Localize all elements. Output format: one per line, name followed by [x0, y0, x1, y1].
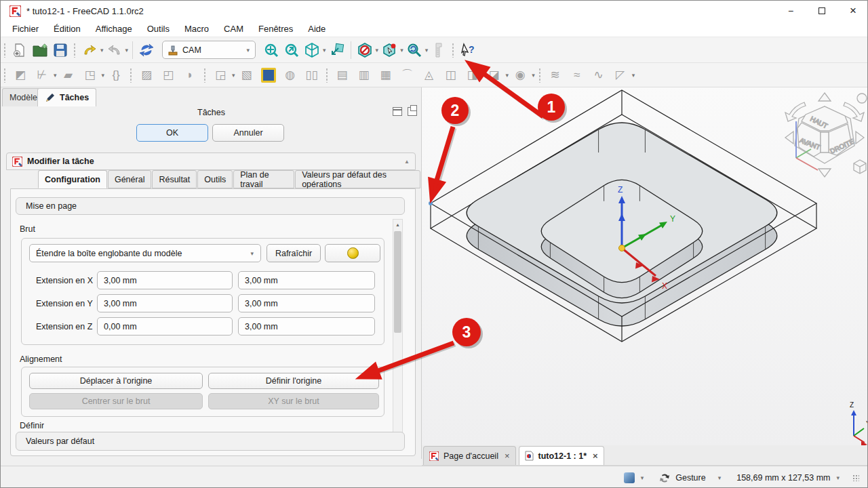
cam-op-icon: ◸ — [612, 66, 629, 84]
draw-style-caret-icon[interactable]: ▾ — [323, 47, 326, 54]
dock-panel-icon[interactable] — [393, 107, 402, 116]
toolbar-drag-handle[interactable] — [3, 68, 7, 83]
menu-aide[interactable]: Aide — [300, 22, 333, 36]
tab-tasks[interactable]: Tâches — [37, 88, 96, 106]
z-axis-label: Z — [618, 185, 623, 195]
tab-document[interactable]: tuto12-1 : 1* × — [519, 446, 604, 465]
menu-fichier[interactable]: Fichier — [5, 22, 46, 36]
render-style-icon[interactable] — [624, 472, 635, 483]
refresh-stock-button[interactable]: Rafraîchir — [267, 244, 321, 262]
stock-mode-dropdown[interactable]: Étendre la boîte englobante du modèle ▾ — [29, 244, 261, 262]
minimize-button[interactable]: − — [775, 1, 806, 21]
3d-viewport[interactable]: Z Y X HAUT AVANT DROITE — [422, 87, 868, 445]
tab-valeurs-par-defaut[interactable]: Valeurs par défaut des opérations — [295, 170, 420, 188]
freecad-window: * tuto12-1 - FreeCAD 1.1.0rc2 − × Fichie… — [0, 0, 868, 488]
cam-op-icon: ⊬ — [33, 66, 51, 84]
undo-caret-icon[interactable]: ▾ — [100, 47, 104, 54]
fit-all-button[interactable] — [261, 40, 281, 60]
redo-button[interactable] — [104, 40, 125, 60]
toggle-operation-visibility-caret-icon[interactable]: ▾ — [400, 47, 403, 54]
zoom-selection-button[interactable] — [327, 40, 347, 60]
tab-general[interactable]: Général — [108, 170, 151, 188]
extension-x-pos-field[interactable]: 3,00 mm — [238, 271, 375, 289]
fit-selection-button[interactable] — [281, 40, 302, 60]
simulate-caret-icon[interactable]: ▾ — [425, 47, 429, 54]
nav-style-caret-icon[interactable]: ▾ — [718, 474, 722, 481]
collapse-icon[interactable]: ▲ — [404, 159, 410, 165]
tab-plan-de-travail[interactable]: Plan de travail — [233, 170, 294, 188]
extension-z-neg-field[interactable]: 0,00 mm — [97, 317, 233, 336]
refresh-button[interactable] — [136, 40, 157, 60]
title-bar[interactable]: * tuto12-1 - FreeCAD 1.1.0rc2 − × — [1, 1, 868, 21]
simulate-refresh-button[interactable] — [404, 40, 425, 60]
stock-mode-caret-icon: ▾ — [250, 250, 254, 257]
menu-affichage[interactable]: Affichage — [88, 22, 140, 36]
viewport-dimensions[interactable]: 158,69 mm x 127,53 mm — [736, 473, 830, 483]
pencil-icon — [45, 93, 55, 103]
toolbar-drag-handle[interactable] — [73, 43, 77, 58]
field-value: 3,00 mm — [245, 299, 278, 308]
toolbar-drag-handle[interactable] — [203, 68, 207, 83]
close-button[interactable]: × — [837, 1, 868, 21]
extension-x-neg-field[interactable]: 3,00 mm — [97, 271, 233, 289]
ok-button[interactable]: OK — [136, 124, 208, 142]
stock-corner-datum-point[interactable] — [429, 201, 433, 205]
set-origin-button[interactable]: Définir l'origine — [208, 373, 379, 389]
cam-op-icon: ▦ — [377, 66, 395, 84]
menu-edition[interactable]: Édition — [46, 22, 88, 36]
render-style-caret-icon[interactable]: ▾ — [641, 474, 644, 481]
toolbar-drag-handle[interactable] — [538, 68, 542, 83]
whats-this-button[interactable]: ? — [458, 40, 478, 60]
tab-outils[interactable]: Outils — [197, 170, 233, 188]
menu-outils[interactable]: Outils — [140, 22, 177, 36]
navigation-cube[interactable]: HAUT AVANT DROITE — [785, 93, 867, 177]
workbench-selector[interactable]: CAM ▾ — [162, 41, 256, 59]
move-to-origin-button[interactable]: Déplacer à l'origine — [29, 373, 203, 389]
save-document-button[interactable] — [50, 40, 71, 60]
draw-style-button[interactable] — [302, 40, 322, 60]
menu-macro[interactable]: Macro — [177, 22, 216, 36]
cam-op-icon: ◪ — [486, 66, 503, 84]
float-panel-icon[interactable] — [408, 107, 417, 116]
stop-operation-button[interactable] — [355, 40, 375, 60]
extension-y-neg-field[interactable]: 3,00 mm — [97, 294, 233, 312]
stock-color-button[interactable] — [325, 244, 380, 262]
toolbar-drag-handle[interactable] — [452, 43, 455, 58]
new-document-button[interactable] — [9, 40, 30, 60]
button-label: Déplacer à l'origine — [80, 376, 153, 386]
navcube-circle-icon — [857, 94, 867, 103]
tab-start-page[interactable]: Page d'accueil × — [423, 446, 516, 465]
scrollbar-thumb[interactable] — [394, 231, 401, 333]
cancel-button[interactable]: Annuler — [212, 124, 284, 142]
close-tab-icon[interactable]: × — [593, 451, 598, 461]
redo-caret-icon[interactable]: ▾ — [125, 47, 129, 54]
resize-grip[interactable] — [852, 474, 859, 481]
toolbar-drag-handle[interactable] — [326, 68, 329, 83]
extension-z-pos-field[interactable]: 3,00 mm — [238, 317, 375, 336]
nav-style-value[interactable]: Gesture — [675, 473, 705, 483]
toggle-operation-visibility-button[interactable] — [379, 40, 399, 60]
task-dialog-header[interactable]: Modifier la tâche ▲ — [6, 152, 416, 170]
open-document-button[interactable] — [30, 40, 50, 60]
tab-resultat[interactable]: Résultat — [152, 170, 197, 188]
tab-configuration[interactable]: Configuration — [38, 170, 107, 188]
cam-active-job-icon[interactable] — [261, 68, 276, 83]
dimensions-caret-icon[interactable]: ▾ — [836, 474, 840, 481]
maximize-button[interactable] — [806, 1, 837, 21]
menu-cam[interactable]: CAM — [216, 22, 251, 36]
navcube-rotate-right-icon — [856, 131, 864, 144]
cam-op-icon: {} — [107, 66, 125, 84]
toolbar-drag-handle[interactable] — [3, 43, 7, 58]
toolbar-drag-handle[interactable] — [130, 68, 133, 83]
tab-label: Page d'accueil — [443, 451, 498, 461]
defaults-section-bar[interactable]: Valeurs par défaut — [16, 432, 405, 451]
cam-op-icon: ◳ — [81, 66, 99, 84]
panel-scrollbar[interactable]: ▲ ▼ — [393, 219, 403, 449]
close-tab-icon[interactable]: × — [505, 451, 510, 461]
layout-section-bar[interactable]: Mise en page — [16, 197, 405, 215]
scroll-up-icon[interactable]: ▲ — [393, 220, 402, 230]
stop-operation-caret-icon[interactable]: ▾ — [376, 47, 379, 54]
menu-fenetres[interactable]: Fenêtres — [251, 22, 300, 36]
undo-button[interactable] — [79, 40, 100, 60]
extension-y-pos-field[interactable]: 3,00 mm — [238, 294, 375, 312]
